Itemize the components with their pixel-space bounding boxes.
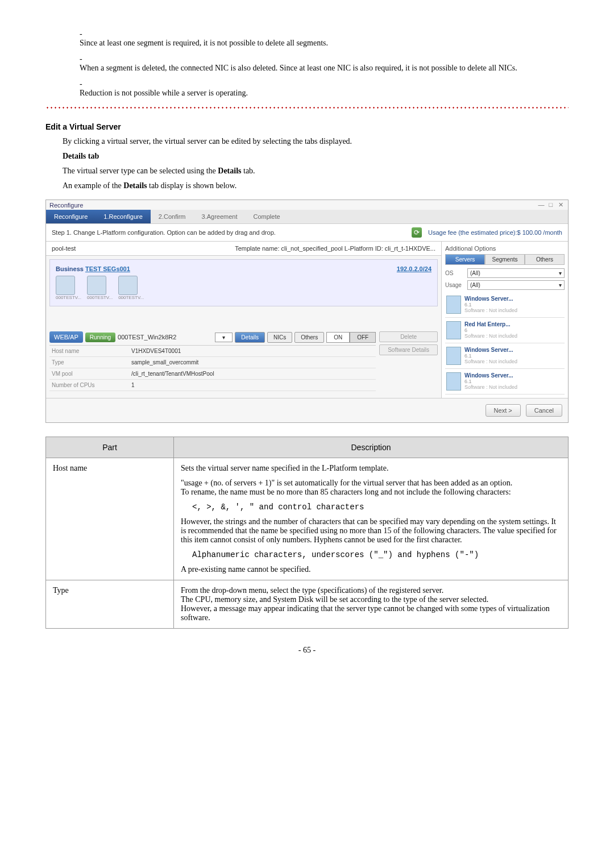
card-sub: 6.1 bbox=[464, 379, 517, 384]
power-off[interactable]: OFF bbox=[350, 332, 376, 343]
close-icon[interactable]: ✕ bbox=[557, 201, 565, 209]
parts-description-table: Part Description Host name Sets the virt… bbox=[45, 437, 569, 629]
server-card[interactable]: Windows Server...6.1Software : Not inclu… bbox=[445, 369, 565, 394]
card-software: Software : Not included bbox=[464, 308, 517, 313]
description-cell: Sets the virtual server name specified i… bbox=[174, 458, 569, 580]
text-bold: Details bbox=[123, 181, 147, 190]
card-name: Windows Server... bbox=[464, 296, 517, 302]
note-item: -When a segment is deleted, the connecte… bbox=[80, 55, 569, 73]
host-name-label: Host name bbox=[49, 348, 131, 354]
business-label: Business bbox=[56, 265, 84, 272]
chevron-down-icon: ▾ bbox=[559, 270, 562, 276]
wizard-step-3[interactable]: 3.Agreement bbox=[194, 210, 246, 223]
options-tab-servers[interactable]: Servers bbox=[445, 254, 485, 265]
desc-para: "usage + (no. of servers + 1)" is set au… bbox=[181, 479, 561, 488]
details-line-2: An example of the Details tab display is… bbox=[63, 181, 569, 190]
window-title: Reconfigure bbox=[49, 202, 83, 209]
desc-para: Sets the virtual server name specified i… bbox=[181, 464, 561, 473]
power-toggle[interactable]: ON OFF bbox=[326, 332, 376, 343]
page-number: - 65 - bbox=[45, 646, 569, 655]
text: An example of the bbox=[63, 181, 123, 190]
card-name: Windows Server... bbox=[464, 347, 517, 353]
segment-ip-link[interactable]: 192.0.2.0/24 bbox=[397, 265, 432, 272]
server-type-select[interactable]: ▾ bbox=[215, 333, 233, 342]
server-card[interactable]: Red Hat Enterp...6Software : Not include… bbox=[445, 318, 565, 343]
next-button[interactable]: Next > bbox=[486, 404, 521, 417]
server-icon[interactable]: 000TESTV... bbox=[56, 276, 81, 300]
pool-row: pool-test Template name: cli_not_specifi… bbox=[46, 242, 441, 256]
additional-options-title: Additional Options bbox=[445, 245, 565, 252]
window-titlebar: Reconfigure — □ ✕ bbox=[46, 200, 568, 210]
separator-dots bbox=[45, 107, 569, 109]
additional-options-panel: Additional Options Servers Segments Othe… bbox=[441, 242, 568, 398]
card-software: Software : Not included bbox=[464, 333, 517, 339]
text: tab. bbox=[242, 167, 255, 175]
server-icon[interactable]: 000TESTV... bbox=[87, 276, 113, 300]
section-heading: Edit a Virtual Server bbox=[45, 122, 569, 131]
desc-para: A pre-existing name cannot be specified. bbox=[181, 565, 561, 574]
wizard-step-reconfigure-label[interactable]: Reconfigure bbox=[46, 210, 96, 223]
server-action-buttons: Delete Software Details bbox=[379, 331, 438, 393]
card-sub: 6 bbox=[464, 327, 517, 333]
tab-others[interactable]: Others bbox=[294, 332, 324, 343]
wizard-step-4[interactable]: Complete bbox=[246, 210, 288, 223]
note-item: -Reduction is not possible while a serve… bbox=[80, 80, 569, 98]
part-cell: Host name bbox=[46, 458, 174, 580]
tab-details[interactable]: Details bbox=[235, 332, 265, 343]
window-controls: — □ ✕ bbox=[537, 201, 565, 209]
maximize-icon[interactable]: □ bbox=[547, 201, 555, 208]
software-details-button[interactable]: Software Details bbox=[379, 344, 438, 355]
intro-paragraph: By clicking a virtual server, the virtua… bbox=[63, 137, 569, 146]
template-name: Template name: cli_not_specified_pool L-… bbox=[235, 245, 435, 252]
part-cell: Type bbox=[46, 580, 174, 629]
reconfigure-window: Reconfigure — □ ✕ Reconfigure 1.Reconfig… bbox=[45, 200, 569, 423]
cancel-button[interactable]: Cancel bbox=[526, 404, 562, 417]
usage-dropdown[interactable]: (All)▾ bbox=[467, 280, 565, 290]
options-tab-segments[interactable]: Segments bbox=[485, 254, 525, 265]
server-thumb-icon bbox=[446, 321, 461, 339]
server-icons-row: 000TESTV... 000TESTV... 000TESTV... bbox=[56, 276, 432, 300]
wizard-step-2[interactable]: 2.Confirm bbox=[151, 210, 194, 223]
table-row: Type From the drop-down menu, select the… bbox=[46, 580, 569, 629]
server-role-badge: WEB/AP bbox=[49, 331, 83, 343]
usage-fee-label: Usage fee (the estimated price):$ bbox=[428, 229, 521, 236]
wizard-step-1[interactable]: 1.Reconfigure bbox=[96, 210, 151, 223]
server-card[interactable]: Windows Server...6.1Software : Not inclu… bbox=[445, 343, 565, 369]
cpus-value: 1 bbox=[131, 382, 135, 388]
desc-para: However, the strings and the number of c… bbox=[181, 517, 561, 545]
vmpool-value: /cli_rt_tenant/TenantVMHostPool bbox=[131, 371, 214, 377]
desc-para: The CPU, memory size, and System Disk wi… bbox=[181, 595, 561, 604]
note-text: When a segment is deleted, the connected… bbox=[80, 64, 563, 73]
note-item: -Since at least one segment is required,… bbox=[80, 30, 569, 48]
refresh-icon[interactable]: ⟳ bbox=[412, 227, 422, 238]
minimize-icon[interactable]: — bbox=[537, 201, 545, 208]
power-on[interactable]: ON bbox=[326, 332, 350, 343]
note-text: Since at least one segment is required, … bbox=[80, 39, 563, 48]
server-detail-pane: WEB/AP Running 000TEST_Win2k8R2 ▾ Detail… bbox=[46, 329, 441, 393]
col-header-part: Part bbox=[46, 437, 174, 458]
server-name-label: 000TEST_Win2k8R2 bbox=[118, 334, 176, 340]
tab-nics[interactable]: NICs bbox=[267, 332, 292, 343]
table-row: Host name Sets the virtual server name s… bbox=[46, 458, 569, 580]
options-tab-others[interactable]: Others bbox=[525, 254, 565, 265]
server-card[interactable]: Windows Server...6.1Software : Not inclu… bbox=[445, 292, 565, 318]
card-sub: 6.1 bbox=[464, 302, 517, 308]
description-cell: From the drop-down menu, select the type… bbox=[174, 580, 569, 629]
usage-label: Usage bbox=[445, 282, 465, 288]
server-icon[interactable]: 000TESTV... bbox=[118, 276, 144, 300]
text-bold: Details bbox=[218, 167, 241, 175]
card-name: Windows Server... bbox=[464, 372, 517, 379]
detail-grid: Host nameV1HXDVES4T0001 Typesample_small… bbox=[49, 345, 376, 391]
server-tab-row: WEB/AP Running 000TEST_Win2k8R2 ▾ Detail… bbox=[49, 331, 376, 343]
delete-button[interactable]: Delete bbox=[379, 331, 438, 342]
desc-para: To rename, the name must be no more than… bbox=[181, 488, 561, 497]
card-software: Software : Not included bbox=[464, 359, 517, 364]
segment-link[interactable]: TEST SEGs001 bbox=[85, 265, 130, 272]
vmpool-label: VM pool bbox=[49, 371, 131, 377]
text: The virtual server type can be selected … bbox=[63, 167, 218, 175]
chevron-down-icon: ▾ bbox=[559, 282, 562, 288]
details-line-1: The virtual server type can be selected … bbox=[63, 167, 569, 176]
os-dropdown[interactable]: (All)▾ bbox=[467, 268, 565, 278]
step-description-bar: Step 1. Change L-Platform configuration.… bbox=[46, 224, 568, 242]
os-label: OS bbox=[445, 270, 465, 276]
